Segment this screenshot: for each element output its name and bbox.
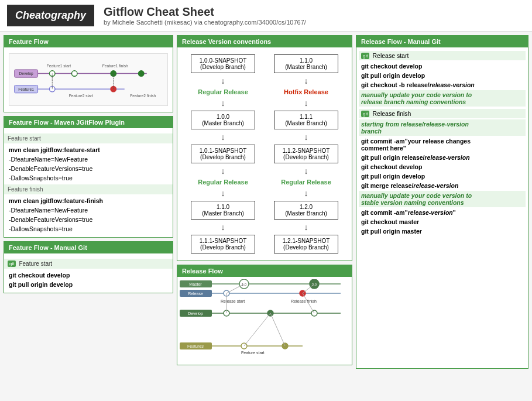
box-1-1-2-snapshot: 1.1.2-SNAPSHOT(Develop Branch) xyxy=(274,145,338,163)
feature-start-label: Feature start xyxy=(4,133,173,143)
cmd-pull-release: git pull origin release/release-version xyxy=(361,153,523,162)
cmd-pull-develop: git pull origin develop xyxy=(361,71,523,80)
regular-release-label3: Regular Release xyxy=(281,179,331,186)
feature-start-manual-text: Feature start xyxy=(19,261,52,267)
svg-text:Develop: Develop xyxy=(19,71,33,76)
logo: Cheatography xyxy=(7,5,94,26)
svg-text:2.0: 2.0 xyxy=(312,283,317,286)
svg-text:Master: Master xyxy=(189,282,202,286)
svg-line-49 xyxy=(270,313,285,346)
release-version-header: Release Version conventions xyxy=(177,36,352,47)
arrow4: ↓ xyxy=(221,167,225,175)
cmd-checkout-develop2: git checkout develop xyxy=(361,162,523,172)
release-flow-section: Release Flow Master Release Develop Feat… xyxy=(177,265,352,365)
cmd-dallow2: -DallowSnapshots=true xyxy=(9,224,168,234)
left-column: Feature Flow Develop Feature1 Featu xyxy=(4,35,173,369)
header: Cheatography Gitflow Cheat Sheet by Mich… xyxy=(0,0,532,32)
cmd-mvn-finish: mvn clean jgitflow:feature-finish xyxy=(9,196,168,205)
hotfix-release-col: 1.1.0(Master Branch) ↓ Hotfix Release ↓ … xyxy=(267,54,345,253)
svg-point-16 xyxy=(72,71,78,77)
arrow2: ↓ xyxy=(221,99,225,107)
release-flow-svg: Master Release Develop Feature3 xyxy=(180,279,344,361)
feature-finish-label: Feature finish xyxy=(4,184,173,194)
feature-flow-header: Feature Flow xyxy=(4,36,173,47)
release-flow-manual-section: Release Flow - Manual Git git Release st… xyxy=(356,35,528,369)
git-icon-finish: git xyxy=(361,111,369,117)
svg-text:Feature3: Feature3 xyxy=(187,344,204,348)
svg-line-45 xyxy=(226,284,244,293)
svg-point-17 xyxy=(139,71,145,77)
release-version-section: Release Version conventions 1.0.0-SNAPSH… xyxy=(177,35,352,261)
cmd-mvn-start: mvn clean jgitflow:feature-start xyxy=(9,145,168,155)
cmd-manually-update-start: manually update your code version torele… xyxy=(359,90,526,107)
box-1-0-0: 1.0.0(Master Branch) xyxy=(191,111,255,129)
svg-text:Develop: Develop xyxy=(188,311,203,316)
cmd-pull-master: git pull origin master xyxy=(361,227,523,236)
box-1-1-1-snapshot: 1.1.1-SNAPSHOT(Develop Branch) xyxy=(191,235,255,253)
regular-release-label: Regular Release xyxy=(198,88,248,95)
feature-flow-maven-section: Feature Flow - Maven JGitFlow Plugin Fea… xyxy=(4,116,173,238)
cmd-starting-from: starting from release/release-versionbra… xyxy=(359,119,526,136)
release-start-text: Release start xyxy=(372,52,409,59)
feature-flow-maven-body: Feature start mvn clean jgitflow:feature… xyxy=(4,128,173,237)
arrow3: ↓ xyxy=(221,133,225,141)
feature-flow-manual-header: Feature Flow - Manual Git xyxy=(4,242,173,253)
arrow11: ↓ xyxy=(304,189,308,197)
arrow1: ↓ xyxy=(221,77,225,85)
cmd-git-commit-am: git commit -am"your release changescomme… xyxy=(361,136,523,153)
feature-flow-manual-body: git Feature start git checkout develop g… xyxy=(4,253,173,293)
regular-release-col: 1.0.0-SNAPSHOT(Develop Branch) ↓ Regular… xyxy=(184,54,262,253)
arrow5: ↓ xyxy=(221,189,225,197)
arrow9: ↓ xyxy=(304,133,308,141)
git-icon-start: git xyxy=(361,53,369,59)
cmd-dfeature: -DfeatureName=NewFeature xyxy=(9,155,168,164)
release-flow-header: Release Flow xyxy=(177,265,352,277)
cmd-checkout-master: git checkout master xyxy=(361,217,523,227)
cmd-denable1: -DenableFeatureVersions=true xyxy=(9,164,168,173)
release-flow-manual-body: git Release start git checkout develop g… xyxy=(356,47,528,238)
svg-text:Feature1: Feature1 xyxy=(18,87,34,91)
release-start-label: git Release start xyxy=(359,51,526,60)
regular-release-label2: Regular Release xyxy=(198,179,248,186)
cmd-manually-update-stable: manually update your code version tostab… xyxy=(359,191,526,207)
box-1-2-1-snapshot: 1.2.1-SNAPSHOT(Develop Branch) xyxy=(274,235,338,253)
release-conventions-grid: 1.0.0-SNAPSHOT(Develop Branch) ↓ Regular… xyxy=(181,51,348,257)
cmd-denable2: -DenableFeatureVersions=true xyxy=(9,215,168,224)
svg-text:Feature2 start: Feature2 start xyxy=(69,94,93,98)
page-title: Gitflow Cheat Sheet xyxy=(104,5,306,19)
cmd-pull-develop2: git pull origin develop xyxy=(361,172,523,181)
feature-flow-maven-header: Feature Flow - Maven JGitFlow Plugin xyxy=(4,116,173,128)
cmd-dallow1: -DallowSnapshots=true xyxy=(9,173,168,183)
cmd-dfeature2: -DfeatureName=NewFeature xyxy=(9,205,168,215)
box-1-1-1-master: 1.1.1(Master Branch) xyxy=(274,111,338,129)
git-icon: git xyxy=(8,261,16,267)
arrow8: ↓ xyxy=(304,99,308,107)
box-1-0-0-snapshot: 1.0.0-SNAPSHOT(Develop Branch) xyxy=(191,54,255,73)
arrow6: ↓ xyxy=(221,223,225,231)
cmd-git-pull-develop: git pull origin develop xyxy=(9,280,168,289)
release-flow-diagram: Master Release Develop Feature3 xyxy=(177,277,352,365)
svg-text:Feature2 finish: Feature2 finish xyxy=(130,94,156,98)
cmd-git-checkout-develop: git checkout develop xyxy=(9,270,168,280)
feature-flow-manual-section: Feature Flow - Manual Git git Feature st… xyxy=(4,241,173,293)
svg-text:Release start: Release start xyxy=(221,299,245,303)
cmd-checkout-b-release: git checkout -b release/release-version xyxy=(361,80,523,90)
feature-flow-section: Feature Flow Develop Feature1 Featu xyxy=(4,35,173,112)
middle-column: Release Version conventions 1.0.0-SNAPSH… xyxy=(177,35,352,369)
feature-start-manual-label: git Feature start xyxy=(4,259,173,269)
box-1-0-1-snapshot: 1.0.1-SNAPSHOT(Develop Branch) xyxy=(191,145,255,163)
arrow10: ↓ xyxy=(304,167,308,175)
svg-text:Feature1 start: Feature1 start xyxy=(47,64,71,68)
main-content: Feature Flow Develop Feature1 Featu xyxy=(0,32,532,372)
svg-text:Feature start: Feature start xyxy=(241,351,265,355)
release-finish-label: git Release finish xyxy=(359,109,526,118)
feature-flow-diagram: Develop Feature1 Feature1 start Feature1… xyxy=(9,53,168,106)
feature-flow-svg: Develop Feature1 Feature1 start Feature1… xyxy=(13,57,164,102)
svg-text:Release: Release xyxy=(188,292,203,296)
svg-text:Feature1 finish: Feature1 finish xyxy=(102,64,128,68)
cmd-merge-release: git merge release/release-version xyxy=(361,181,523,190)
cmd-commit-release-version: git commit -am"release-version" xyxy=(361,208,523,217)
release-finish-text: Release finish xyxy=(372,110,411,117)
arrow7: ↓ xyxy=(304,77,308,85)
box-1-1-0: 1.1.0(Master Branch) xyxy=(191,201,255,220)
